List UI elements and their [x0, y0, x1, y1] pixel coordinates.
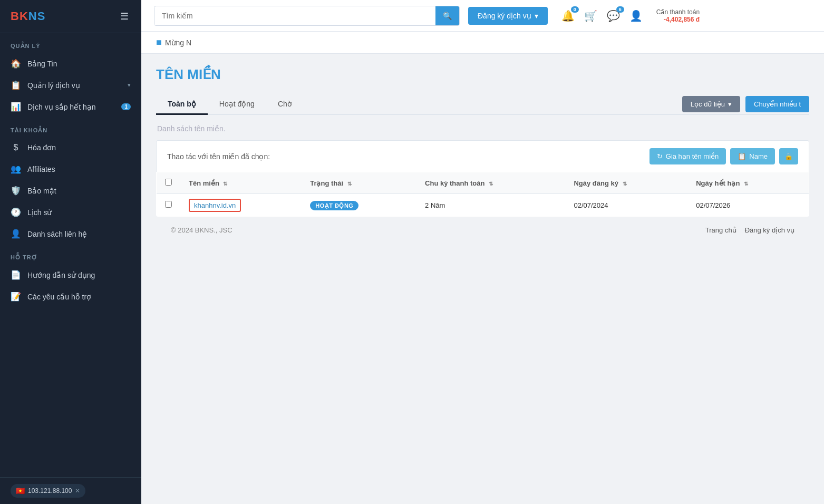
col-expiry[interactable]: Ngày hết hạn ⇅ [687, 172, 809, 194]
sidebar-item-baomac[interactable]: 🛡️ Bảo mật [0, 180, 141, 201]
sidebar-item-label: Danh sách liên hệ [27, 230, 131, 238]
row-register-cell: 02/07/2024 [565, 194, 687, 217]
affiliates-icon: 👥 [11, 164, 21, 174]
sidebar-item-label: Quản lý dịch vụ [27, 81, 121, 90]
tab-cho[interactable]: Chờ [266, 94, 304, 115]
lock-button[interactable]: 🔒 [779, 148, 798, 164]
sort-icon: ⇅ [623, 181, 627, 187]
page-title: TÊN MIỀN [156, 66, 809, 83]
sidebar-item-guide[interactable]: 📄 Hướng dẫn sử dụng [0, 264, 141, 286]
register-service-button[interactable]: Đăng ký dịch vụ ▾ [468, 7, 548, 25]
account-amount-value: -4,402,856 đ [664, 16, 700, 23]
page-footer: © 2024 BKNS., JSC Trang chủ Đăng ký dịch… [156, 217, 809, 244]
footer-link-home[interactable]: Trang chủ [705, 226, 736, 234]
sidebar-item-label: Các yêu cầu hỗ trợ [27, 293, 131, 301]
chevron-down-icon: ▾ [128, 82, 131, 89]
select-all-checkbox[interactable] [165, 179, 172, 186]
account-section-title: TÀI KHOẢN [0, 118, 141, 137]
sort-icon: ⇅ [347, 181, 352, 187]
sidebar-item-label: Dịch vụ sắp hết hạn [27, 103, 115, 111]
ip-tag[interactable]: 🇻🇳 103.121.88.100 ✕ [11, 484, 85, 498]
checkbox-header [157, 172, 181, 194]
renew-icon: ↻ [657, 152, 663, 160]
sidebar-item-support-requests[interactable]: 📝 Các yêu cầu hỗ trợ [0, 286, 141, 307]
row-checkbox-cell [157, 194, 181, 217]
sidebar-item-label: Bảo mật [27, 187, 131, 195]
footer-links: Trang chủ Đăng ký dịch vụ [705, 226, 794, 234]
notification-badge: 0 [571, 6, 579, 13]
name-button[interactable]: 📋 Name [730, 148, 775, 164]
chat-wrap[interactable]: 💬 6 [607, 9, 620, 22]
sort-icon: ⇅ [223, 181, 227, 187]
sort-icon: ⇅ [489, 181, 493, 187]
name-icon: 📋 [738, 152, 746, 160]
cart-icon: 🛒 [584, 10, 597, 22]
tab-toanbo[interactable]: Toàn bộ [156, 94, 208, 115]
footer-link-register[interactable]: Đăng ký dịch vụ [745, 226, 794, 234]
sidebar-item-bangtin[interactable]: 🏠 Bảng Tin [0, 53, 141, 74]
greeting-dot: ■ [156, 37, 162, 48]
account-need-label: Cần thanh toán [656, 8, 700, 16]
manage-section-title: QUẢN LÝ [0, 33, 141, 53]
header-icons: 🔔 0 🛒 💬 6 👤 [561, 9, 643, 22]
greeting-section: ■ Mừng N [141, 32, 824, 54]
action-bar-buttons: ↻ Gia hạn tên miền 📋 Name 🔒 [649, 148, 798, 164]
transfer-button[interactable]: Chuyển nhiều t [745, 96, 809, 112]
home-icon: 🏠 [11, 59, 21, 69]
sidebar-item-hoadon[interactable]: $ Hóa đơn [0, 137, 141, 158]
table-row: khanhnv.id.vn HOẠT ĐỘNG 2 Năm 02/07/2024… [157, 194, 809, 217]
copyright-text: © 2024 BKNS., JSC [171, 226, 232, 234]
sidebar-item-quanly[interactable]: 📋 Quản lý dịch vụ ▾ [0, 74, 141, 96]
contact-icon: 👤 [11, 229, 21, 239]
row-checkbox[interactable] [165, 201, 172, 208]
sort-icon: ⇅ [744, 181, 748, 187]
search-input[interactable] [154, 7, 435, 25]
expiring-badge: 1 [121, 103, 131, 110]
chevron-down-icon: ▾ [728, 100, 732, 108]
history-icon: 🕐 [11, 207, 21, 217]
sidebar-item-label: Hóa đơn [27, 143, 131, 152]
ip-close-icon[interactable]: ✕ [75, 487, 80, 495]
account-icon-wrap[interactable]: 👤 [629, 9, 643, 22]
tab-hoatdong[interactable]: Hoạt động [208, 94, 266, 115]
cart-wrap[interactable]: 🛒 [584, 9, 597, 22]
services-icon: 📋 [11, 80, 21, 90]
account-icon: 👤 [629, 10, 643, 22]
logo: BKNS [11, 9, 45, 23]
guide-icon: 📄 [11, 270, 21, 280]
table-head: Tên miền ⇅ Trạng thái ⇅ Chu kỳ thanh toá… [157, 172, 809, 194]
greeting-text: Mừng N [165, 38, 191, 47]
support-section-title: HỖ TRỢ [0, 245, 141, 264]
flag-icon: 🇻🇳 [16, 487, 25, 495]
domain-table: Tên miền ⇅ Trạng thái ⇅ Chu kỳ thanh toá… [156, 172, 809, 217]
lock-icon: 🔒 [784, 152, 793, 160]
sidebar-item-lichsu[interactable]: 🕐 Lịch sử [0, 201, 141, 223]
sidebar-item-affiliates[interactable]: 👥 Affiliates [0, 158, 141, 180]
status-badge: HOẠT ĐỘNG [310, 201, 358, 210]
hamburger-button[interactable]: ☰ [118, 8, 131, 24]
col-domain[interactable]: Tên miền ⇅ [180, 172, 302, 194]
notification-bell-wrap[interactable]: 🔔 0 [561, 9, 575, 22]
sidebar-item-contacts[interactable]: 👤 Danh sách liên hệ [0, 223, 141, 245]
search-wrap: 🔍 [154, 6, 460, 26]
col-register[interactable]: Ngày đăng ký ⇅ [565, 172, 687, 194]
sidebar-item-label: Hướng dẫn sử dụng [27, 271, 131, 279]
row-expiry-cell: 02/07/2026 [687, 194, 809, 217]
col-status[interactable]: Trạng thái ⇅ [302, 172, 416, 194]
sidebar-item-label: Affiliates [27, 165, 131, 173]
security-icon: 🛡️ [11, 186, 21, 196]
header-account: Cần thanh toán -4,402,856 đ [656, 8, 700, 23]
renew-button[interactable]: ↻ Gia hạn tên miền [649, 148, 726, 164]
filter-button[interactable]: Lọc dữ liệu ▾ [682, 96, 740, 112]
header: 🔍 Đăng ký dịch vụ ▾ 🔔 0 🛒 💬 6 [141, 0, 824, 32]
domain-link[interactable]: khanhnv.id.vn [189, 199, 241, 212]
sidebar: BKNS ☰ QUẢN LÝ 🏠 Bảng Tin 📋 Quản lý dịch… [0, 0, 141, 504]
chevron-down-icon: ▾ [535, 12, 538, 20]
search-button[interactable]: 🔍 [435, 6, 459, 25]
page-body: TÊN MIỀN Toàn bộ Hoạt động Chờ Lọc dữ li… [141, 54, 824, 504]
support-icon: 📝 [11, 292, 21, 302]
sidebar-item-saphetan[interactable]: 📊 Dịch vụ sắp hết hạn 1 [0, 96, 141, 118]
col-cycle[interactable]: Chu kỳ thanh toán ⇅ [416, 172, 565, 194]
expiring-icon: 📊 [11, 102, 21, 112]
chat-badge: 6 [616, 6, 624, 13]
